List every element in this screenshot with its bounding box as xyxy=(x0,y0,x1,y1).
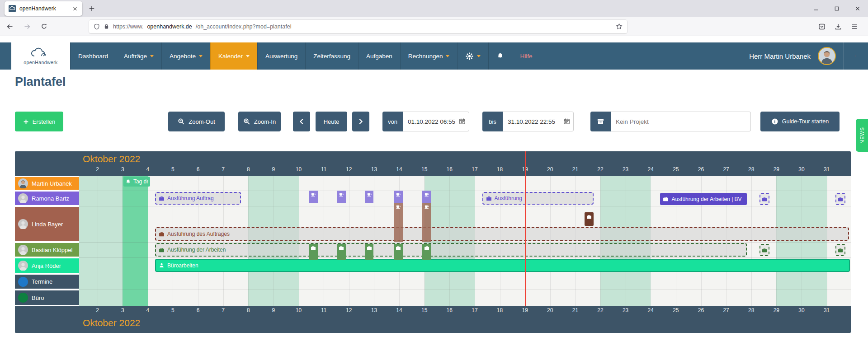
zoom-in-button[interactable]: Zoom-In xyxy=(238,112,281,131)
forward-icon[interactable] xyxy=(24,23,31,30)
row-label-termine[interactable]: Termine xyxy=(15,275,79,289)
gantt-item-block-brown[interactable] xyxy=(422,203,431,242)
gantt-item-block-brown-solid[interactable] xyxy=(585,212,594,226)
minimize-icon[interactable] xyxy=(806,0,826,17)
nav-item-angebote[interactable]: Angebote xyxy=(161,42,210,70)
url-path: /oh_account/index.php?mod=plantafel xyxy=(196,23,292,30)
next-period-button[interactable] xyxy=(352,112,369,131)
close-window-icon[interactable] xyxy=(847,0,868,17)
row-label-ramona-bartz[interactable]: Ramona Bartz xyxy=(15,192,79,205)
tracking-shield-icon[interactable] xyxy=(94,23,100,30)
back-icon[interactable] xyxy=(6,23,14,30)
day-tick-label: 3 xyxy=(121,307,124,313)
gantt-item-block-purple[interactable] xyxy=(337,191,346,203)
gantt-item-solid-purple[interactable]: Ausführung der Arbeiten | BV xyxy=(660,193,746,205)
gantt-item-block-purple[interactable] xyxy=(394,191,403,203)
row-label-martin-urbanek[interactable]: Martin Urbanek xyxy=(15,177,79,190)
gantt-item-block-brown[interactable] xyxy=(394,203,403,242)
row-label-bastian-kl-ppel[interactable]: Bastian Klöppel xyxy=(15,243,79,257)
day-tick-label: 13 xyxy=(371,307,377,313)
gantt-item-block-green[interactable] xyxy=(337,244,346,260)
gantt-item-mini-dashed-purple[interactable] xyxy=(835,193,845,205)
row-separator xyxy=(79,290,851,290)
guide-tour-button[interactable]: Guide-Tour starten xyxy=(760,112,840,131)
day-tick-label: 13 xyxy=(371,166,377,173)
day-tick-label: 27 xyxy=(723,166,729,173)
menu-hamburger-icon[interactable] xyxy=(851,23,858,30)
gantt-item-block-purple[interactable] xyxy=(365,191,373,203)
day-tick-label: 7 xyxy=(222,166,225,173)
news-side-tab[interactable]: NEWS xyxy=(856,119,868,152)
gantt-item-dashed-purple[interactable]: Ausführung xyxy=(482,192,594,205)
gantt-item-block-green[interactable] xyxy=(309,244,318,260)
nav-item-hilfe[interactable]: Hilfe xyxy=(512,42,540,70)
gantt-item-solid-spring[interactable]: Büroarbeiten xyxy=(155,259,850,272)
gantt-item-block-green[interactable] xyxy=(365,244,373,260)
url-field[interactable]: https://www.openhandwerk.de/oh_account/i… xyxy=(89,20,627,33)
gantt-item-holiday-label[interactable]: Tag de xyxy=(123,177,151,187)
pocket-icon[interactable] xyxy=(818,23,826,30)
lock-icon[interactable] xyxy=(104,23,109,29)
bookmark-star-icon[interactable] xyxy=(616,23,623,30)
gantt-item-block-purple[interactable] xyxy=(422,191,431,203)
row-separator xyxy=(79,274,851,274)
gantt-item-dashed-brown[interactable]: Ausführung des Auftrages xyxy=(155,227,849,241)
nav-item-auftraege[interactable]: Aufträge xyxy=(116,42,161,70)
day-tick-label: 8 xyxy=(247,307,250,313)
zoom-out-button[interactable]: Zoom-Out xyxy=(168,112,225,131)
gantt-item-mini-dashed-green[interactable] xyxy=(760,244,769,256)
briefcase-icon xyxy=(311,245,316,251)
today-button[interactable]: Heute xyxy=(316,112,347,131)
tab-close-icon[interactable] xyxy=(72,6,78,11)
nav-item-aufgaben[interactable]: Aufgaben xyxy=(358,42,400,70)
day-tick-label: 28 xyxy=(748,307,754,313)
gantt-item-mini-dashed-green[interactable] xyxy=(835,244,845,256)
row-label-b-ro[interactable]: Büro xyxy=(15,290,79,305)
day-tick-label: 5 xyxy=(171,307,175,313)
gantt-item-dashed-purple[interactable]: Ausführung Auftrag xyxy=(155,192,241,205)
archive-box-icon xyxy=(597,118,604,126)
gantt-item-dashed-green[interactable]: Ausführung der Arbeiten xyxy=(155,243,747,257)
briefcase-icon xyxy=(159,231,165,237)
gantt-body: Tag deAusführung AuftragAusführungAusfüh… xyxy=(15,176,851,306)
gantt-day-numbers-bottom: 2345678910111213141516171819202122232425… xyxy=(79,307,851,316)
day-tick-label: 19 xyxy=(522,307,528,313)
reload-icon[interactable] xyxy=(41,23,47,30)
nav-item-rechnungen[interactable]: Rechnungen xyxy=(400,42,458,70)
day-tick-label: 5 xyxy=(171,166,175,173)
chevron-down-icon xyxy=(150,55,154,59)
row-label-anja-r-der[interactable]: Anja Röder xyxy=(15,258,79,273)
create-button[interactable]: Erstellen xyxy=(15,112,63,131)
gantt-item-block-green[interactable] xyxy=(394,244,403,260)
nav-item-auswertung[interactable]: Auswertung xyxy=(257,42,305,70)
gantt-item-block-green[interactable] xyxy=(422,244,431,260)
avatar xyxy=(18,219,28,229)
maximize-icon[interactable] xyxy=(826,0,847,17)
nav-item-settings[interactable] xyxy=(457,42,488,70)
gantt-item-mini-dashed-purple[interactable] xyxy=(760,193,769,205)
nav-item-zeiterfassung[interactable]: Zeiterfassung xyxy=(305,42,358,70)
row-label-text: Bastian Klöppel xyxy=(32,247,72,253)
downloads-icon[interactable] xyxy=(835,23,842,30)
new-tab-icon[interactable] xyxy=(89,5,95,12)
nav-item-notifications[interactable] xyxy=(488,42,512,70)
briefcase-icon xyxy=(762,196,767,202)
row-label-text: Termine xyxy=(32,278,52,285)
row-label-linda-bayer[interactable]: Linda Bayer xyxy=(15,207,79,241)
prev-period-button[interactable] xyxy=(293,112,310,131)
nav-item-kalender[interactable]: Kalender xyxy=(210,42,257,70)
nav-item-dashboard[interactable]: Dashboard xyxy=(70,42,116,70)
logout-power-icon[interactable] xyxy=(851,51,861,61)
gantt-item-block-purple[interactable] xyxy=(309,191,318,203)
user-avatar[interactable] xyxy=(818,47,836,65)
day-tick-label: 6 xyxy=(197,307,200,313)
calendar-icon[interactable] xyxy=(563,118,570,125)
calendar-icon[interactable] xyxy=(459,118,466,125)
day-tick-label: 25 xyxy=(673,307,679,313)
briefcase-icon xyxy=(838,196,843,202)
project-filter-input[interactable] xyxy=(611,112,751,131)
browser-tab[interactable]: openHandwerk xyxy=(5,1,82,16)
day-tick-label: 9 xyxy=(272,307,275,313)
app-logo[interactable]: openHandwerk xyxy=(11,42,70,70)
nav-menu: Dashboard Aufträge Angebote Kalender Aus… xyxy=(70,42,540,70)
